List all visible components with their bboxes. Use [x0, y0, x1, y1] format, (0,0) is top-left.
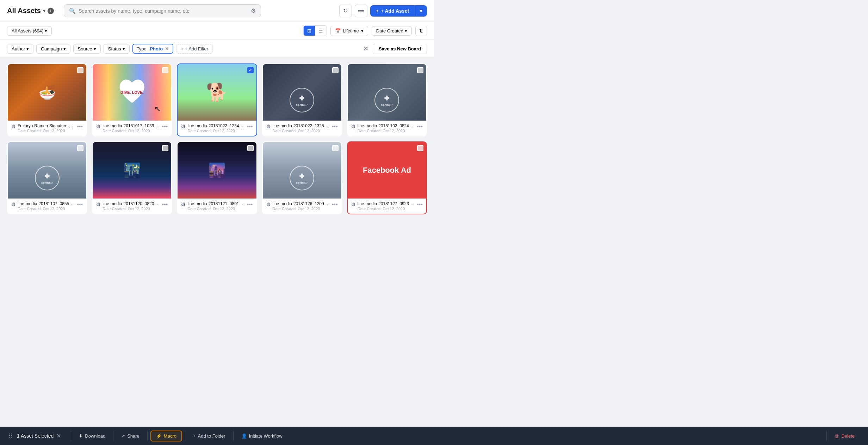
sprinklr-logo: sprinklr — [290, 88, 314, 112]
author-chevron-icon: ▾ — [26, 46, 29, 51]
list-item[interactable]: 🍜 🖼 Fukuryu-Ramen-Signature-Tonkotsu-1.j… — [7, 63, 87, 136]
asset-more-button[interactable]: ••• — [247, 201, 253, 208]
asset-name: line-media-20181017_1039-50180... — [103, 123, 160, 128]
asset-checkbox[interactable] — [247, 67, 254, 73]
asset-details: Fukuryu-Ramen-Signature-Tonkotsu-1.j... … — [18, 123, 75, 133]
asset-name: line-media-20181127_0923-58890... — [358, 201, 415, 206]
asset-checkbox[interactable] — [77, 67, 83, 73]
svg-point-9 — [386, 97, 388, 99]
asset-info: 🖼 Fukuryu-Ramen-Signature-Tonkotsu-1.j..… — [8, 121, 86, 136]
list-item[interactable]: sprinklr 🖼 line-media-20181107_0855-9119… — [7, 141, 87, 214]
asset-name: line-media-20181022_1234-48531... — [187, 123, 244, 128]
photo-icon: 🖼 — [96, 202, 100, 207]
svg-point-14 — [46, 175, 48, 177]
list-item[interactable]: 🐕 🖼 line-media-20181022_1234-48531... Da… — [177, 63, 257, 136]
status-chevron-icon: ▾ — [123, 46, 125, 51]
asset-thumbnail: 🌃 — [93, 142, 171, 199]
search-input[interactable] — [79, 8, 248, 14]
sort-button[interactable]: ⇅ — [415, 26, 427, 36]
save-as-new-board-button[interactable]: Save as New Board — [373, 44, 427, 54]
author-filter-label: Author — [12, 46, 25, 51]
author-filter[interactable]: Author ▾ — [7, 44, 33, 54]
add-asset-chevron-icon[interactable]: ▼ — [415, 5, 427, 17]
list-item[interactable]: GIVE. LOVE. ↖ 🖼 line-media-20181017_1039… — [92, 63, 172, 136]
asset-date: Date Created: Oct 12, 2020 — [358, 207, 415, 211]
plus-icon: + — [181, 46, 184, 51]
asset-more-button[interactable]: ••• — [162, 123, 168, 130]
campaign-filter[interactable]: Campaign ▾ — [36, 44, 70, 54]
campaign-chevron-icon: ▾ — [63, 46, 66, 51]
asset-thumbnail: sprinklr — [263, 142, 341, 199]
sprinklr-overlay: sprinklr — [348, 64, 426, 136]
asset-more-button[interactable]: ••• — [162, 201, 168, 208]
gear-icon[interactable]: ⚙ — [251, 7, 256, 14]
lifetime-chevron-icon: ▾ — [361, 28, 364, 33]
type-filter-active: Type: Photo ✕ — [132, 44, 174, 54]
source-chevron-icon: ▾ — [94, 46, 96, 51]
grid-view-button[interactable]: ⊞ — [304, 26, 315, 36]
asset-checkbox[interactable] — [247, 145, 254, 151]
asset-more-button[interactable]: ••• — [77, 123, 83, 130]
header: All Assets ▾ i 🔍 ⚙ ↻ ••• + + Add Asset ▼ — [0, 0, 434, 22]
asset-details: line-media-20181022_1234-48531... Date C… — [187, 123, 244, 133]
asset-more-button[interactable]: ••• — [247, 123, 253, 130]
photo-icon: 🖼 — [181, 202, 185, 207]
asset-more-button[interactable]: ••• — [417, 201, 423, 208]
all-assets-label: All Assets (694) — [12, 28, 43, 33]
refresh-button[interactable]: ↻ — [339, 5, 352, 17]
asset-name: line-media-20181120_0820-42706... — [103, 201, 160, 206]
asset-checkbox[interactable] — [332, 67, 339, 73]
asset-checkbox[interactable] — [162, 145, 168, 151]
sprinklr-logo: sprinklr — [35, 166, 60, 190]
status-filter[interactable]: Status ▾ — [104, 44, 130, 54]
asset-grid: 🍜 🖼 Fukuryu-Ramen-Signature-Tonkotsu-1.j… — [7, 63, 427, 214]
view-toggle: ⊞ ☰ — [303, 25, 327, 36]
source-filter[interactable]: Source ▾ — [73, 44, 101, 54]
all-assets-dropdown[interactable]: All Assets (694) ▾ — [7, 26, 52, 36]
asset-thumbnail: 🌆 — [178, 142, 256, 199]
add-filter-button[interactable]: + + Add Filter — [176, 44, 213, 54]
asset-thumbnail: sprinklr — [263, 64, 341, 121]
date-created-dropdown[interactable]: Date Created ▾ — [372, 26, 412, 36]
type-filter-close[interactable]: ✕ — [165, 46, 169, 51]
asset-date: Date Created: Oct 12, 2020 — [18, 129, 75, 133]
list-item[interactable]: 🌃 🖼 line-media-20181120_0820-42706... Da… — [92, 141, 172, 214]
plus-icon: + — [376, 8, 379, 14]
asset-checkbox[interactable] — [417, 145, 423, 151]
asset-thumbnail: 🐕 — [178, 64, 256, 121]
asset-checkbox[interactable] — [77, 145, 83, 151]
list-view-button[interactable]: ☰ — [315, 26, 327, 36]
asset-details: line-media-20181121_0801-32003... Date C… — [187, 201, 244, 211]
page-title-group: All Assets ▾ i — [7, 7, 54, 15]
add-asset-button[interactable]: + + Add Asset ▼ — [370, 5, 427, 17]
asset-details: line-media-20181017_1039-50180... Date C… — [103, 123, 160, 133]
sprinklr-overlay: sprinklr — [263, 142, 341, 214]
lifetime-dropdown[interactable]: 📅 Lifetime ▾ — [330, 26, 368, 36]
list-item[interactable]: 🌆 🖼 line-media-20181121_0801-32003... Da… — [177, 141, 257, 214]
source-filter-label: Source — [78, 46, 92, 51]
asset-details: line-media-20181120_0820-42706... Date C… — [103, 201, 160, 211]
asset-name: line-media-20181121_0801-32003... — [187, 201, 244, 206]
info-icon[interactable]: i — [48, 8, 54, 14]
more-options-button[interactable]: ••• — [355, 5, 367, 17]
photo-icon: 🖼 — [181, 124, 185, 129]
asset-checkbox[interactable] — [417, 67, 423, 73]
list-item[interactable]: Facebook Ad 🖼 line-media-20181127_0923-5… — [347, 141, 427, 214]
asset-details: line-media-20181127_0923-58890... Date C… — [358, 201, 415, 211]
asset-thumbnail: GIVE. LOVE. ↖ — [93, 64, 171, 121]
list-item[interactable]: sprinklr 🖼 line-media-20181126_1209-5081… — [262, 141, 342, 214]
list-item[interactable]: sprinklr 🖼 line-media-20181022_1325-7309… — [262, 63, 342, 136]
clear-filters-button[interactable]: ✕ — [362, 43, 370, 54]
search-icon: 🔍 — [69, 8, 76, 14]
asset-name: Fukuryu-Ramen-Signature-Tonkotsu-1.j... — [18, 123, 75, 128]
dropdown-chevron-icon: ▾ — [45, 28, 47, 33]
sprinklr-overlay: sprinklr — [8, 142, 86, 214]
date-chevron-icon: ▾ — [405, 28, 407, 33]
asset-checkbox[interactable] — [162, 67, 168, 73]
campaign-filter-label: Campaign — [41, 46, 62, 51]
list-item[interactable]: sprinklr 🖼 line-media-20181102_0824-1493… — [347, 63, 427, 136]
asset-checkbox[interactable] — [332, 145, 339, 151]
chevron-down-icon[interactable]: ▾ — [43, 8, 45, 13]
sprinklr-logo: sprinklr — [374, 88, 399, 112]
asset-info: 🖼 line-media-20181127_0923-58890... Date… — [348, 199, 426, 214]
